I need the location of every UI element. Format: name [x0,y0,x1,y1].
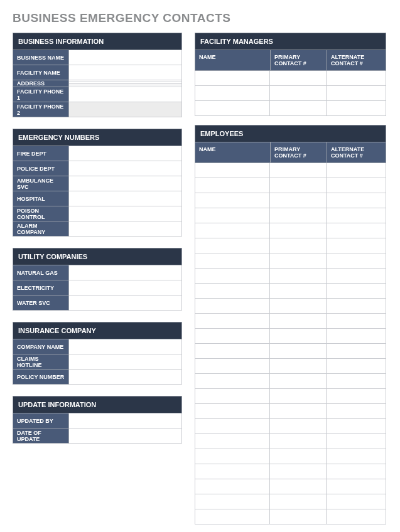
cell-alternate-contact[interactable] [327,314,386,329]
cell-primary-contact[interactable] [270,479,327,494]
cell-primary-contact[interactable] [270,71,327,86]
input-hospital[interactable] [69,191,182,206]
cell-alternate-contact[interactable] [327,374,386,389]
cell-alternate-contact[interactable] [327,509,386,524]
input-policy-number[interactable] [69,370,182,385]
cell-primary-contact[interactable] [270,404,327,419]
cell-name[interactable] [195,314,270,329]
cell-alternate-contact[interactable] [327,449,386,464]
cell-name[interactable] [195,269,270,284]
cell-name[interactable] [195,509,270,524]
input-poison-control[interactable] [69,206,182,221]
cell-alternate-contact[interactable] [327,208,386,223]
cell-primary-contact[interactable] [270,208,327,223]
cell-primary-contact[interactable] [270,193,327,208]
cell-primary-contact[interactable] [270,509,327,524]
cell-primary-contact[interactable] [270,449,327,464]
cell-primary-contact[interactable] [270,344,327,359]
cell-alternate-contact[interactable] [327,419,386,434]
cell-name[interactable] [195,344,270,359]
input-company-name[interactable] [69,339,182,354]
cell-name[interactable] [195,464,270,479]
cell-alternate-contact[interactable] [327,269,386,284]
cell-primary-contact[interactable] [270,359,327,374]
cell-name[interactable] [195,253,270,269]
cell-alternate-contact[interactable] [327,86,386,101]
cell-primary-contact[interactable] [270,329,327,344]
cell-primary-contact[interactable] [270,374,327,389]
cell-name[interactable] [195,86,270,101]
cell-alternate-contact[interactable] [327,464,386,479]
section-header: EMPLOYEES [195,125,386,142]
cell-name[interactable] [195,404,270,419]
cell-name[interactable] [195,178,270,193]
input-ambulance-svc[interactable] [69,176,182,191]
cell-name[interactable] [195,223,270,238]
cell-alternate-contact[interactable] [327,329,386,344]
cell-primary-contact[interactable] [270,238,327,253]
cell-alternate-contact[interactable] [327,193,386,208]
cell-name[interactable] [195,299,270,314]
cell-name[interactable] [195,193,270,208]
input-updated-by[interactable] [69,413,182,428]
cell-alternate-contact[interactable] [327,284,386,299]
cell-name[interactable] [195,419,270,434]
cell-alternate-contact[interactable] [327,479,386,494]
cell-primary-contact[interactable] [270,86,327,101]
input-claims-hotline[interactable] [69,354,182,370]
cell-alternate-contact[interactable] [327,238,386,253]
cell-name[interactable] [195,389,270,404]
cell-alternate-contact[interactable] [327,101,386,116]
cell-primary-contact[interactable] [270,299,327,314]
input-fire-dept[interactable] [69,146,182,161]
cell-name[interactable] [195,479,270,494]
input-business-name[interactable] [69,50,182,65]
cell-alternate-contact[interactable] [327,344,386,359]
cell-alternate-contact[interactable] [327,494,386,509]
cell-name[interactable] [195,208,270,223]
cell-name[interactable] [195,359,270,374]
input-facility-phone-2[interactable] [69,102,182,117]
cell-name[interactable] [195,449,270,464]
cell-primary-contact[interactable] [270,269,327,284]
cell-name[interactable] [195,71,270,86]
cell-name[interactable] [195,494,270,509]
input-alarm-company[interactable] [69,221,182,237]
cell-alternate-contact[interactable] [327,178,386,193]
cell-name[interactable] [195,163,270,178]
cell-primary-contact[interactable] [270,314,327,329]
cell-alternate-contact[interactable] [327,223,386,238]
cell-name[interactable] [195,329,270,344]
cell-primary-contact[interactable] [270,494,327,509]
cell-alternate-contact[interactable] [327,71,386,86]
cell-name[interactable] [195,284,270,299]
cell-name[interactable] [195,434,270,449]
cell-alternate-contact[interactable] [327,253,386,269]
cell-primary-contact[interactable] [270,253,327,269]
cell-primary-contact[interactable] [270,178,327,193]
cell-alternate-contact[interactable] [327,299,386,314]
cell-alternate-contact[interactable] [327,359,386,374]
cell-primary-contact[interactable] [270,434,327,449]
cell-alternate-contact[interactable] [327,163,386,178]
cell-primary-contact[interactable] [270,464,327,479]
cell-alternate-contact[interactable] [327,404,386,419]
cell-name[interactable] [195,374,270,389]
input-police-dept[interactable] [69,161,182,176]
cell-primary-contact[interactable] [270,419,327,434]
cell-primary-contact[interactable] [270,223,327,238]
cell-primary-contact[interactable] [270,389,327,404]
cell-name[interactable] [195,101,270,116]
input-date-of-update[interactable] [69,428,182,444]
cell-alternate-contact[interactable] [327,434,386,449]
cell-primary-contact[interactable] [270,284,327,299]
input-facility-phone-1[interactable] [69,87,182,102]
input-natural-gas[interactable] [69,265,182,280]
cell-primary-contact[interactable] [270,163,327,178]
input-facility-name[interactable] [69,65,182,80]
cell-primary-contact[interactable] [270,101,327,116]
cell-alternate-contact[interactable] [327,389,386,404]
cell-name[interactable] [195,238,270,253]
input-water-svc[interactable] [69,295,182,311]
input-electricity[interactable] [69,280,182,295]
